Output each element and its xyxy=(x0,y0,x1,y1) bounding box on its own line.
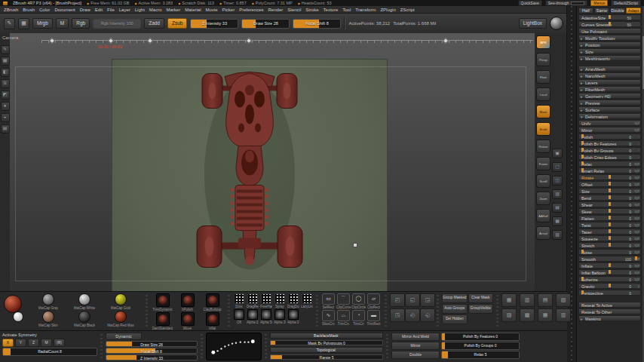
right-shelf-icon[interactable]: Actual xyxy=(536,226,550,240)
dynamic-button[interactable]: Dynamic xyxy=(106,333,142,340)
subpalette-header[interactable]: Geometry HD xyxy=(578,93,641,99)
panel-button[interactable]: Double xyxy=(610,8,625,14)
menu-item[interactable]: Picker xyxy=(222,8,235,12)
symmetry-axis-button[interactable]: X xyxy=(2,339,14,347)
polygroup-button[interactable]: Group Masked xyxy=(442,293,468,303)
deformation-row[interactable]: Rotate 0 xyz xyxy=(578,174,641,180)
mesh-tool-icon[interactable]: ▨ xyxy=(501,308,517,322)
clip-brush-thumb[interactable]: ◯ ClipCircle xyxy=(351,293,366,309)
right-shelf-icon[interactable]: Rotate xyxy=(536,140,550,153)
panel-row[interactable]: Position xyxy=(578,41,641,48)
deformation-row[interactable]: Flatten 0 xyz xyxy=(578,215,641,221)
paint-mode-button[interactable]: Mrgb xyxy=(32,18,53,29)
stroke-thumb[interactable]: Spray xyxy=(274,293,286,308)
brush-thumb[interactable]: Move xyxy=(176,312,199,330)
polygroup-button[interactable]: Auto Groups xyxy=(442,304,468,314)
menu-item[interactable]: Texture xyxy=(324,8,339,12)
geometry-slider[interactable]: Polish By Features 0 xyxy=(441,333,520,341)
menu-item[interactable]: Marker xyxy=(166,8,180,12)
geometry-button[interactable]: Mirror And Weld xyxy=(391,333,440,341)
right-shelf-icon[interactable]: Frame xyxy=(536,157,550,170)
deformation-row[interactable]: Mirror xyz xyxy=(578,127,641,133)
geometry-button[interactable]: Double xyxy=(391,351,440,359)
material-thumb[interactable]: MatCap Gray xyxy=(31,293,66,310)
subpalette-header[interactable]: Layers xyxy=(578,79,641,85)
clip-brush-thumb[interactable]: ▱ ClipRect xyxy=(366,293,381,309)
titlebar-button[interactable]: QuickSave xyxy=(518,0,542,6)
right-shelf-icon[interactable]: ▦ xyxy=(552,216,563,226)
brush-thumb[interactable]: TrimDynamic xyxy=(151,293,174,311)
clip-brush-thumb[interactable]: ▬ TrimRect xyxy=(366,310,381,326)
brush-setting-slider[interactable]: Focal Shift 8 xyxy=(106,348,198,354)
menu-item[interactable]: Document xyxy=(54,8,75,12)
right-shelf-icon[interactable]: ▧ xyxy=(552,230,563,240)
menu-item[interactable]: ZScript xyxy=(400,8,415,12)
panel-button[interactable]: Adapt xyxy=(626,8,641,14)
menu-item[interactable]: Render xyxy=(268,8,284,12)
tool-icon[interactable]: ◳ xyxy=(390,308,405,322)
menu-item[interactable]: Light xyxy=(135,8,145,12)
panel-row[interactable]: Curves Strength 50 xyxy=(578,21,641,27)
brush-thumb[interactable]: ClayBuildup xyxy=(201,293,224,311)
right-shelf-icon[interactable]: Local xyxy=(536,87,550,101)
deformation-row[interactable]: Twist 0 xyz xyxy=(578,222,641,228)
auto-masking-row[interactable]: Mask By Polygroups 0 xyxy=(270,340,383,346)
auto-masking-row[interactable]: BackfaceMask xyxy=(270,333,383,339)
brush-thumb[interactable]: Inflat xyxy=(201,312,224,330)
clip-brush-thumb[interactable]: ⌒ ClipCurve xyxy=(336,293,351,309)
brush-thumb[interactable]: hPolish xyxy=(176,293,199,311)
mesh-tool-icon[interactable]: ▦ xyxy=(501,293,517,307)
material-thumb[interactable]: MatCap Red Wax xyxy=(103,311,138,327)
right-shelf-icon[interactable]: ▣ xyxy=(552,149,563,158)
deformation-row[interactable]: Spherize 0 xyz xyxy=(578,276,641,282)
lightbox-button[interactable]: LightBox xyxy=(519,18,547,29)
panel-button[interactable]: Half xyxy=(578,8,593,14)
auto-masking-row[interactable]: Range 5 xyxy=(270,354,383,360)
right-shelf-icon[interactable]: ▢ xyxy=(552,162,563,172)
menu-item[interactable]: Movie xyxy=(205,8,217,12)
deformation-row[interactable]: Smart Relax 0 xyz xyxy=(578,167,641,173)
current-material-thumb[interactable] xyxy=(4,295,22,313)
panel-row[interactable]: Masking xyxy=(578,315,641,321)
shelf-tool-icon[interactable]: ✎ xyxy=(4,18,15,29)
mesh-tool-icon[interactable]: ▥ xyxy=(556,308,571,322)
panel-row[interactable]: MeshIntegrity xyxy=(578,55,641,61)
subpalette-header[interactable]: ArrayMesh xyxy=(578,66,641,72)
symmetry-axis-button[interactable]: M xyxy=(41,339,52,347)
deformation-row[interactable]: Unify xyz xyxy=(578,120,641,126)
brush-setting-slider[interactable]: Draw Size 28 xyxy=(106,341,198,347)
auto-masking-row[interactable]: Topological xyxy=(270,347,383,353)
right-shelf-icon[interactable]: BPR xyxy=(536,35,550,49)
stroke-thumb[interactable]: DragRect xyxy=(247,293,259,308)
polygroup-button[interactable]: Del Hidden xyxy=(442,314,468,324)
alpha-thumb[interactable]: Alpha 01 xyxy=(247,309,259,324)
polygroup-button[interactable]: GroupVisible xyxy=(468,304,494,314)
titlebar-button[interactable]: See-through xyxy=(545,0,588,6)
canvas[interactable] xyxy=(10,33,535,291)
radial-count-slider[interactable]: RadialCount 8 xyxy=(2,348,97,356)
alpha-thumb[interactable]: Off xyxy=(233,309,245,324)
right-shelf-icon[interactable]: Scroll xyxy=(536,174,550,188)
paint-mode-button[interactable]: M xyxy=(56,18,69,29)
document-canvas[interactable] xyxy=(112,59,388,291)
timeline-ruler[interactable] xyxy=(41,40,533,45)
menu-item[interactable]: Stroke xyxy=(305,8,318,12)
left-shelf-icon[interactable]: ● xyxy=(1,102,10,111)
right-shelf-icon[interactable]: AAHalf xyxy=(536,209,550,222)
tool-icon[interactable]: ◴ xyxy=(405,308,420,322)
menu-item[interactable]: Layer xyxy=(119,8,130,12)
right-shelf-icon[interactable]: Floor xyxy=(536,70,550,84)
alpha-thumb[interactable]: Alpha 36 xyxy=(274,309,286,324)
left-shelf-icon[interactable]: ✎ xyxy=(1,45,10,54)
deformation-row[interactable]: Stretch 0 xyz xyxy=(578,242,641,248)
right-shelf-icon[interactable]: Zoom xyxy=(536,192,550,205)
sculpt-mode-button[interactable]: Zadd xyxy=(144,18,164,29)
titlebar-button[interactable]: DefaultZScript xyxy=(611,0,641,6)
deformation-row[interactable]: Noise 0 xyz xyxy=(578,249,641,255)
panel-row[interactable]: Repeat To Other xyxy=(578,308,641,314)
rgb-intensity-slider[interactable]: Rgb Intensity 100 xyxy=(93,19,141,29)
panel-row[interactable]: Size xyxy=(578,48,641,54)
deformation-row[interactable]: Inflat Balloon 0 xyz xyxy=(578,269,641,275)
subpalette-header[interactable]: NanoMesh xyxy=(578,72,641,78)
left-shelf-icon[interactable]: ▤ xyxy=(1,124,10,133)
